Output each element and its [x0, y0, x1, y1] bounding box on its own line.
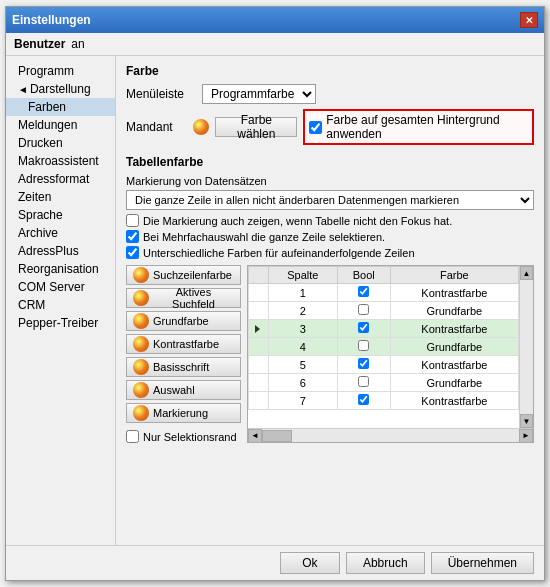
auswahl-icon — [133, 382, 149, 398]
sidebar-item-crm[interactable]: CRM — [6, 296, 115, 314]
suchzeilenfarbe-button[interactable]: Suchzeilenfarbe — [126, 265, 241, 285]
row-pointer — [249, 374, 269, 392]
farbe-waehlen-button[interactable]: Farbe wählen — [215, 117, 297, 137]
markierung-button[interactable]: Markierung — [126, 403, 241, 423]
kontrastfarbe-icon — [133, 336, 149, 352]
table-row: 4 Grundfarbe — [249, 338, 519, 356]
aktives-suchfeld-button[interactable]: Aktives Suchfeld — [126, 288, 241, 308]
sidebar-item-reorganisation[interactable]: Reorganisation — [6, 260, 115, 278]
scroll-down-icon[interactable]: ▼ — [520, 414, 533, 428]
nur-selektionsrand-checkbox[interactable] — [126, 430, 139, 443]
checkbox-fokus[interactable] — [126, 214, 139, 227]
horizontal-scrollbar[interactable]: ◄ ► — [248, 428, 533, 442]
table-row: 5 Kontrastfarbe — [249, 356, 519, 374]
checkbox-row-1: Die Markierung auch zeigen, wenn Tabelle… — [126, 214, 534, 227]
table-row: 7 Kontrastfarbe — [249, 392, 519, 410]
table-and-buttons: Suchzeilenfarbe Aktives Suchfeld Grundfa… — [126, 265, 534, 443]
checkbox-fokus-label: Die Markierung auch zeigen, wenn Tabelle… — [143, 215, 452, 227]
checkbox-unterschiedlich-label: Unterschiedliche Farben für aufeinanderf… — [143, 247, 415, 259]
row-pointer — [249, 392, 269, 410]
table-scrollbar[interactable]: ▲ ▼ — [519, 266, 533, 428]
color-buttons-col: Suchzeilenfarbe Aktives Suchfeld Grundfa… — [126, 265, 241, 443]
grundfarbe-icon — [133, 313, 149, 329]
mandant-row: Mandant Farbe wählen Farbe auf gesamten … — [126, 109, 534, 145]
sidebar: Programm ◄Darstellung Farben Meldungen D… — [6, 56, 116, 545]
cell-farbe: Kontrastfarbe — [390, 320, 518, 338]
checkbox-mehrfach[interactable] — [126, 230, 139, 243]
row-pointer — [249, 338, 269, 356]
sidebar-item-com-server[interactable]: COM Server — [6, 278, 115, 296]
basisschrift-button[interactable]: Basisschrift — [126, 357, 241, 377]
kontrastfarbe-button[interactable]: Kontrastfarbe — [126, 334, 241, 354]
grundfarbe-button[interactable]: Grundfarbe — [126, 311, 241, 331]
h-scroll-handle[interactable] — [262, 430, 292, 442]
cell-farbe: Grundfarbe — [390, 302, 518, 320]
table-scroll-area[interactable]: Spalte Bool Farbe 1 — [248, 266, 519, 428]
apply-color-checkbox[interactable] — [309, 121, 322, 134]
cell-spalte: 4 — [269, 338, 338, 356]
cell-farbe: Grundfarbe — [390, 374, 518, 392]
close-button[interactable]: ✕ — [520, 12, 538, 28]
cell-spalte: 7 — [269, 392, 338, 410]
scroll-left-icon[interactable]: ◄ — [248, 429, 262, 443]
table-row: 2 Grundfarbe — [249, 302, 519, 320]
sidebar-item-farben[interactable]: Farben — [6, 98, 115, 116]
sidebar-item-darstellung[interactable]: ◄Darstellung — [6, 80, 115, 98]
col-empty — [249, 267, 269, 284]
footer-bar: Ok Abbruch Übernehmen — [6, 545, 544, 580]
scroll-up-icon[interactable]: ▲ — [520, 266, 533, 280]
scroll-right-icon[interactable]: ► — [519, 429, 533, 443]
row-arrow-icon — [255, 325, 260, 333]
sidebar-item-drucken[interactable]: Drucken — [6, 134, 115, 152]
sidebar-item-meldungen[interactable]: Meldungen — [6, 116, 115, 134]
apply-color-row: Farbe auf gesamten Hintergrund anwenden — [303, 109, 534, 145]
sidebar-item-programm[interactable]: Programm — [6, 62, 115, 80]
sidebar-item-sprache[interactable]: Sprache — [6, 206, 115, 224]
cell-spalte: 6 — [269, 374, 338, 392]
cell-bool — [337, 374, 390, 392]
checkbox-unterschiedlich[interactable] — [126, 246, 139, 259]
menuleiste-dropdown[interactable]: Programmfarbe — [202, 84, 316, 104]
checkbox-mehrfach-label: Bei Mehrfachauswahl die ganze Zeile sele… — [143, 231, 385, 243]
cell-bool — [337, 302, 390, 320]
settings-window: Einstellungen ✕ Benutzer an Programm ◄Da… — [5, 6, 545, 581]
auswahl-button[interactable]: Auswahl — [126, 380, 241, 400]
user-bar: Benutzer an — [6, 33, 544, 56]
uebernehmen-button[interactable]: Übernehmen — [431, 552, 534, 574]
apply-color-label: Farbe auf gesamten Hintergrund anwenden — [326, 113, 528, 141]
sidebar-item-pepper-treiber[interactable]: Pepper-Treiber — [6, 314, 115, 332]
arrow-icon: ◄ — [18, 84, 28, 95]
col-spalte: Spalte — [269, 267, 338, 284]
row-pointer — [249, 302, 269, 320]
farbe-section: Farbe Menüleiste Programmfarbe Mandant F… — [126, 64, 534, 145]
content-area: Programm ◄Darstellung Farben Meldungen D… — [6, 56, 544, 545]
ok-button[interactable]: Ok — [280, 552, 340, 574]
data-table-container: Spalte Bool Farbe 1 — [247, 265, 534, 443]
markierung-label: Markierung von Datensätzen — [126, 175, 534, 187]
user-label: Benutzer — [14, 37, 65, 51]
sidebar-item-adressformat[interactable]: Adressformat — [6, 170, 115, 188]
cell-spalte: 2 — [269, 302, 338, 320]
user-value: an — [71, 37, 84, 51]
row-pointer — [249, 356, 269, 374]
mandant-color-ball — [193, 119, 209, 135]
markierung-dropdown[interactable]: Die ganze Zeile in allen nicht änderbare… — [126, 190, 534, 210]
table-row-selected: 3 Kontrastfarbe — [249, 320, 519, 338]
cell-farbe: Kontrastfarbe — [390, 392, 518, 410]
menuleiste-label: Menüleiste — [126, 87, 196, 101]
cell-spalte: 5 — [269, 356, 338, 374]
window-title: Einstellungen — [12, 13, 91, 27]
nur-selektionsrand-row: Nur Selektionsrand — [126, 430, 241, 443]
cell-farbe: Kontrastfarbe — [390, 356, 518, 374]
farben-table: Spalte Bool Farbe 1 — [248, 266, 519, 410]
sidebar-item-zeiten[interactable]: Zeiten — [6, 188, 115, 206]
h-scroll-thumb — [262, 430, 519, 442]
tabellenfarbe-section: Tabellenfarbe Markierung von Datensätzen… — [126, 155, 534, 443]
sidebar-item-makroassistent[interactable]: Makroassistent — [6, 152, 115, 170]
sidebar-item-adressplus[interactable]: AdressPlus — [6, 242, 115, 260]
farbe-title: Farbe — [126, 64, 534, 78]
sidebar-item-archive[interactable]: Archive — [6, 224, 115, 242]
abbruch-button[interactable]: Abbruch — [346, 552, 425, 574]
main-panel: Farbe Menüleiste Programmfarbe Mandant F… — [116, 56, 544, 545]
aktives-suchfeld-icon — [133, 290, 149, 306]
